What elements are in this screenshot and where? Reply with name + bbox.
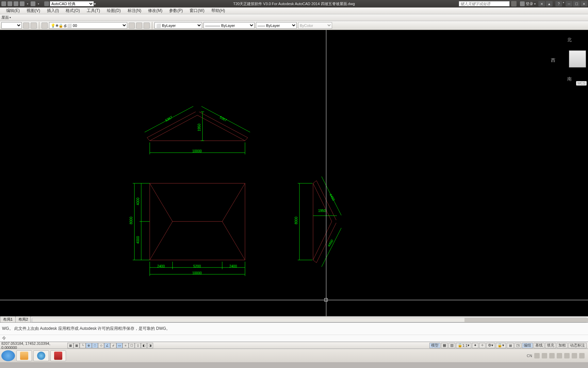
menu-insert[interactable]: 插入(I) bbox=[44, 8, 62, 14]
sc-toggle[interactable]: ◧ bbox=[141, 343, 147, 348]
drawing-canvas bbox=[0, 30, 588, 316]
layout-tabs: 布局1 布局2 bbox=[0, 316, 588, 322]
redo-icon[interactable] bbox=[31, 1, 35, 6]
workspace-more-icon[interactable]: ▾ bbox=[94, 2, 96, 6]
3dosnap-toggle[interactable]: ◇ bbox=[98, 343, 104, 348]
dyn-toggle[interactable]: ▭ bbox=[116, 343, 122, 348]
maximize-button[interactable]: ☐ bbox=[573, 1, 580, 6]
close-button[interactable]: ✕ bbox=[581, 1, 587, 6]
tray-sound-icon[interactable] bbox=[572, 353, 577, 358]
ws-icon[interactable]: ⚙▾ bbox=[486, 343, 495, 348]
annot-3[interactable]: 填充 bbox=[545, 343, 556, 348]
hw-icon[interactable]: 🖥 bbox=[507, 343, 514, 348]
undo-more-icon[interactable]: ▾ bbox=[26, 1, 29, 6]
left-select[interactable] bbox=[1, 22, 22, 29]
annoauto-icon[interactable]: ✧ bbox=[479, 343, 486, 348]
iso-icon[interactable]: ◳ bbox=[514, 343, 521, 348]
viewcube-south: 南 bbox=[567, 76, 572, 82]
task-app2[interactable] bbox=[33, 350, 49, 361]
ducs-toggle[interactable]: ↲ bbox=[110, 343, 116, 348]
menu-view[interactable]: 视图(V) bbox=[23, 8, 44, 14]
redo-more-icon[interactable]: ▾ bbox=[37, 1, 40, 6]
annovis-icon[interactable]: ✦ bbox=[472, 343, 478, 348]
menu-dimension[interactable]: 标注(N) bbox=[124, 8, 145, 14]
hscrollbar[interactable] bbox=[32, 318, 587, 322]
ime-label[interactable]: CN bbox=[527, 354, 532, 358]
lock-icon[interactable]: 🔒▾ bbox=[496, 343, 506, 348]
lineweight-select[interactable]: —— ByLayer bbox=[256, 22, 297, 29]
tab-layout2[interactable]: 布局2 bbox=[15, 316, 31, 322]
layer-state-icon[interactable] bbox=[136, 22, 142, 29]
search-input[interactable] bbox=[459, 1, 510, 6]
task-autocad[interactable] bbox=[50, 350, 66, 361]
save-icon[interactable] bbox=[1, 1, 6, 6]
search-icon[interactable] bbox=[511, 1, 517, 6]
annot-4[interactable]: 加粗 bbox=[557, 343, 568, 348]
grid-toggle[interactable]: ▦ bbox=[74, 343, 80, 348]
menu-draw[interactable]: 绘图(D) bbox=[103, 8, 124, 14]
tray-chevron-icon[interactable] bbox=[579, 353, 585, 358]
login-area[interactable]: 登录 ▾ bbox=[518, 1, 538, 6]
menu-format[interactable]: 格式(O) bbox=[62, 8, 83, 14]
tab-layout1[interactable]: 布局1 bbox=[0, 316, 16, 322]
model-button[interactable]: 模型 bbox=[429, 343, 440, 348]
menu-modify[interactable]: 修改(M) bbox=[145, 8, 166, 14]
plotstyle-select[interactable]: ByColor bbox=[298, 22, 332, 29]
tb-settings-icon[interactable] bbox=[23, 22, 29, 29]
qp-toggle[interactable]: ▯ bbox=[135, 343, 141, 348]
drawing-area[interactable]: 5367 5367 1950 10000 8000 4000 4000 2400… bbox=[0, 30, 588, 316]
tray-help-icon[interactable] bbox=[542, 353, 547, 358]
menu-window[interactable]: 窗口(W) bbox=[186, 8, 208, 14]
svg-line-1 bbox=[150, 115, 197, 141]
ortho-toggle[interactable]: └ bbox=[80, 343, 86, 348]
wcs-badge[interactable]: WCS bbox=[576, 81, 587, 86]
layer-select[interactable]: 💡❄🔒🖨⬜ 00 bbox=[49, 22, 127, 29]
workspace-select[interactable]: AutoCAD 经典 bbox=[50, 1, 94, 6]
annot-5[interactable]: 动态标注 bbox=[568, 343, 587, 348]
tray-flag-icon[interactable] bbox=[564, 353, 570, 358]
annoscale[interactable]: 🔒 1:1 ▾ bbox=[456, 343, 471, 348]
svg-line-39 bbox=[316, 223, 336, 263]
quickview-icon[interactable]: ▥ bbox=[448, 343, 455, 348]
grid-icon[interactable]: ▦ bbox=[441, 343, 448, 348]
tray-settings-icon[interactable] bbox=[549, 353, 555, 358]
menu-tools[interactable]: 工具(T) bbox=[83, 8, 103, 14]
hscroll-thumb[interactable] bbox=[464, 318, 588, 322]
menu-edit[interactable]: 编辑(E) bbox=[3, 8, 23, 14]
color-select[interactable]: ⬜ ByLayer bbox=[154, 22, 202, 29]
tpy-toggle[interactable]: ☐ bbox=[129, 343, 135, 348]
osnap-toggle[interactable]: □ bbox=[92, 343, 98, 348]
menu-parametric[interactable]: 参数(P) bbox=[166, 8, 186, 14]
workspace-selector[interactable]: AutoCAD 经典 ▾ bbox=[44, 1, 96, 6]
snap-toggle[interactable]: ▦ bbox=[67, 343, 74, 348]
viewcube-face[interactable] bbox=[569, 50, 586, 67]
help-icon[interactable]: ? bbox=[555, 1, 562, 6]
minimize-button[interactable]: ─ bbox=[566, 1, 572, 6]
tray-keyboard-icon[interactable] bbox=[534, 353, 540, 358]
menu-help[interactable]: 帮助(H) bbox=[208, 8, 229, 14]
layer-manager-icon[interactable] bbox=[42, 22, 48, 29]
exchange-group: ✕ ▲ ? ▾ bbox=[538, 1, 565, 6]
layer-prev-icon[interactable] bbox=[129, 22, 135, 29]
start-button[interactable] bbox=[1, 350, 15, 361]
annot-2[interactable]: 基线 bbox=[534, 343, 544, 348]
print-icon[interactable] bbox=[14, 1, 18, 6]
command-prompt[interactable]: 令 bbox=[0, 335, 588, 342]
linetype-select[interactable]: ———— ByLayer bbox=[203, 22, 255, 29]
layer-match-icon[interactable] bbox=[144, 22, 150, 29]
polar-toggle[interactable]: ⊕ bbox=[86, 343, 92, 348]
viewcube[interactable]: 北 西 南 bbox=[549, 37, 586, 81]
viewcube-north: 北 bbox=[567, 37, 572, 43]
tray-net-icon[interactable] bbox=[557, 353, 562, 358]
otrack-toggle[interactable]: ∠ bbox=[104, 343, 110, 348]
open-icon[interactable] bbox=[7, 1, 12, 6]
tb-list-icon[interactable] bbox=[31, 22, 37, 29]
task-app1[interactable] bbox=[16, 350, 32, 361]
autodesk-icon[interactable]: ▲ bbox=[546, 1, 553, 6]
am-toggle[interactable]: ◨ bbox=[147, 343, 153, 348]
svg-line-18 bbox=[150, 221, 173, 260]
undo-icon[interactable] bbox=[20, 1, 24, 6]
exchange-icon[interactable]: ✕ bbox=[538, 1, 545, 6]
annot-1[interactable]: 编组 bbox=[522, 343, 533, 348]
lwt-toggle[interactable]: ≡ bbox=[122, 343, 129, 348]
